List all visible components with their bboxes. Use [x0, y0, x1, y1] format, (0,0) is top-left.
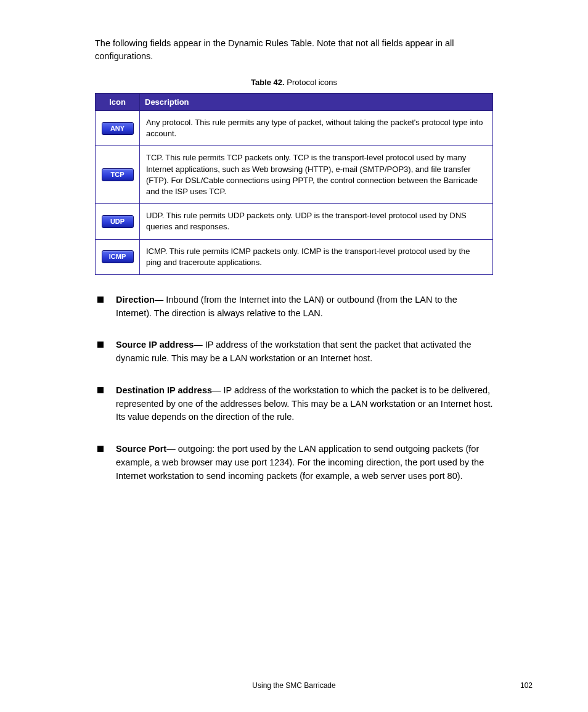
list-item: Source IP address— IP address of the wor… [95, 338, 493, 366]
table-cell-description: ICMP. This rule permits ICMP packets onl… [140, 239, 493, 274]
lead-paragraph: The following fields appear in the Dynam… [95, 37, 493, 63]
list-item: Direction— Inbound (from the Internet in… [95, 293, 493, 321]
udp-protocol-icon: UDP [102, 215, 134, 228]
table-caption-label: Table 42. [251, 78, 285, 87]
table-row: ANY Any protocol. This rule permits any … [96, 111, 493, 146]
field-definitions-list: Direction— Inbound (from the Internet in… [95, 293, 493, 483]
table-row: ICMP ICMP. This rule permits ICMP packet… [96, 239, 493, 274]
icmp-protocol-icon: ICMP [102, 250, 134, 263]
table-caption-text: Protocol icons [287, 78, 337, 87]
definition-text: — outgoing: the port used by the LAN app… [116, 444, 484, 481]
table-caption: Table 42. Protocol icons [95, 78, 493, 87]
definition-text: — Inbound (from the Internet into the LA… [116, 295, 457, 318]
table-header-icon: Icon [96, 94, 140, 111]
table-row: UDP UDP. This rule permits UDP packets o… [96, 204, 493, 239]
table-cell-description: TCP. This rule permits TCP packets only.… [140, 146, 493, 204]
table-header-description: Description [140, 94, 493, 111]
any-protocol-icon: ANY [102, 122, 134, 135]
definition-term: Destination IP address [116, 385, 212, 395]
definition-term: Source IP address [116, 340, 194, 350]
footer-left [55, 681, 129, 690]
protocol-icons-table: Icon Description ANY Any protocol. This … [95, 93, 493, 275]
table-cell-description: UDP. This rule permits UDP packets only.… [140, 204, 493, 239]
definition-term: Direction [116, 295, 155, 305]
tcp-protocol-icon: TCP [102, 168, 134, 181]
page-footer: Using the SMC Barricade 102 [55, 681, 533, 690]
list-item: Destination IP address— IP address of th… [95, 384, 493, 424]
table-row: TCP TCP. This rule permits TCP packets o… [96, 146, 493, 204]
definition-term: Source Port [116, 444, 166, 454]
table-cell-description: Any protocol. This rule permits any type… [140, 111, 493, 146]
footer-center: Using the SMC Barricade [129, 681, 459, 690]
footer-page-number: 102 [459, 681, 533, 690]
list-item: Source Port— outgoing: the port used by … [95, 443, 493, 483]
